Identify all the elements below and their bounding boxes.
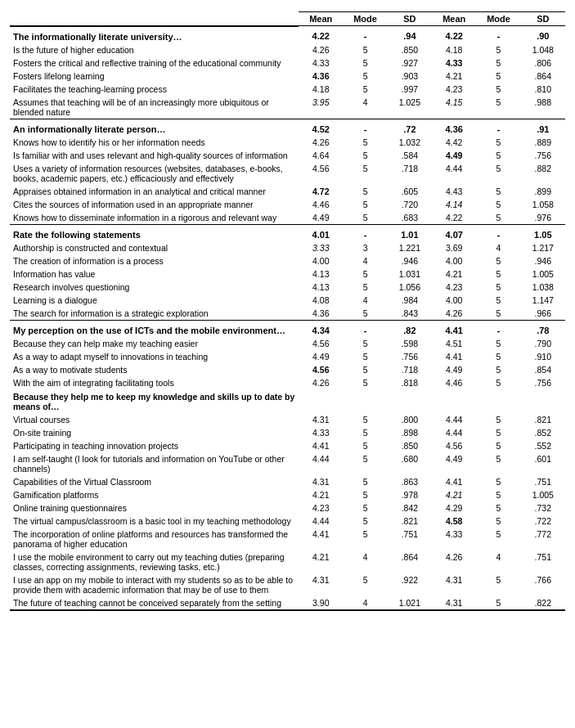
row-1-4-val-5: 1.058 <box>521 198 565 211</box>
table-row: Knows how to identify his or her informa… <box>10 136 565 149</box>
row-3-5-val-1: 5 <box>343 413 387 426</box>
row-1-3-text: Appraises obtained information in an ana… <box>10 185 299 198</box>
row-3-8-val-3: 4.49 <box>432 452 476 475</box>
row-3-14-val-2: .864 <box>388 550 432 573</box>
row-3-0-val-1: 5 <box>343 337 387 350</box>
row-3-13-val-4: 5 <box>476 528 520 550</box>
row-2-3-val-2: 1.056 <box>388 281 432 294</box>
row-2-0-val-4: 4 <box>476 241 520 254</box>
table-row: Gamification platforms4.215.9784.2151.00… <box>10 488 565 501</box>
row-0-4-val-2: 1.025 <box>388 96 432 119</box>
row-2-0-val-2: 1.221 <box>388 241 432 254</box>
row-3-15-val-0: 4.31 <box>299 573 343 596</box>
table-row: Because they can help make my teaching e… <box>10 337 565 350</box>
section-0-header-text: The informationally literate university… <box>10 26 299 43</box>
row-3-11-text: Online training questionnaires <box>10 501 299 515</box>
row-3-14-val-0: 4.21 <box>299 550 343 573</box>
row-3-6-val-2: .898 <box>388 426 432 439</box>
row-3-1-val-3: 4.41 <box>432 350 476 363</box>
row-3-1-val-5: .910 <box>521 350 565 363</box>
row-3-8-text: I am self-taught (I look for tutorials a… <box>10 452 299 475</box>
row-1-5-val-2: .683 <box>388 211 432 225</box>
row-3-9-val-3: 4.41 <box>432 475 476 488</box>
row-3-14-val-5: .751 <box>521 550 565 573</box>
row-3-6-val-4: 5 <box>476 426 520 439</box>
row-2-2-val-1: 5 <box>343 267 387 281</box>
row-3-3-val-1: 5 <box>343 376 387 389</box>
clarity-sd-header: SD <box>388 12 432 26</box>
row-0-3-val-3: 4.23 <box>432 83 476 96</box>
table-row: On-site training4.335.8984.445.852 <box>10 426 565 439</box>
row-2-3-val-3: 4.23 <box>432 281 476 294</box>
section-1-header-val-2: .72 <box>388 119 432 136</box>
row-2-2-val-4: 5 <box>476 267 520 281</box>
row-2-4-val-5: 1.147 <box>521 294 565 307</box>
empty-subheader <box>10 12 299 26</box>
row-0-2-val-0: 4.36 <box>299 70 343 83</box>
section-1-header-val-1: - <box>343 119 387 136</box>
section-3-header-val-4: - <box>476 320 520 337</box>
row-1-4-val-0: 4.46 <box>299 198 343 211</box>
row-3-12-val-0: 4.44 <box>299 515 343 528</box>
section-0-header-val-4: - <box>476 26 520 43</box>
row-1-2-val-3: 4.44 <box>432 162 476 185</box>
section-2-header-val-0: 4.01 <box>299 224 343 241</box>
row-0-1-val-5: .806 <box>521 56 565 70</box>
table-row: Learning is a dialogue4.084.9844.0051.14… <box>10 294 565 307</box>
row-3-9-val-2: .863 <box>388 475 432 488</box>
row-3-6-val-1: 5 <box>343 426 387 439</box>
row-3-10-val-0: 4.21 <box>299 488 343 501</box>
row-2-5-val-0: 4.36 <box>299 307 343 321</box>
row-1-0-val-0: 4.26 <box>299 136 343 149</box>
row-2-1-val-0: 4.00 <box>299 254 343 267</box>
row-2-1-val-3: 4.00 <box>432 254 476 267</box>
row-3-0-val-2: .598 <box>388 337 432 350</box>
row-2-5-val-1: 5 <box>343 307 387 321</box>
section-0-header-val-2: .94 <box>388 26 432 43</box>
row-3-15-text: I use an app on my mobile to interact wi… <box>10 573 299 596</box>
row-1-0-val-1: 5 <box>343 136 387 149</box>
table-row: As a way to motivate students4.565.7184.… <box>10 363 565 376</box>
row-3-10-val-5: 1.005 <box>521 488 565 501</box>
row-3-7-val-0: 4.41 <box>299 439 343 452</box>
row-3-13-val-5: .772 <box>521 528 565 550</box>
table-row: Facilitates the teaching-learning proces… <box>10 83 565 96</box>
row-1-2-text: Uses a variety of information resources … <box>10 162 299 185</box>
row-1-4-val-2: .720 <box>388 198 432 211</box>
row-0-1-val-1: 5 <box>343 56 387 70</box>
row-0-2-val-4: 5 <box>476 70 520 83</box>
row-3-9-val-5: .751 <box>521 475 565 488</box>
row-2-5-val-3: 4.26 <box>432 307 476 321</box>
section-0-header-val-0: 4.22 <box>299 26 343 43</box>
table-row: Fosters lifelong learning4.365.9034.215.… <box>10 70 565 83</box>
row-3-11-val-4: 5 <box>476 501 520 515</box>
section-2-header-val-3: 4.07 <box>432 224 476 241</box>
row-1-1-val-1: 5 <box>343 149 387 162</box>
row-0-2-val-5: .864 <box>521 70 565 83</box>
data-table: Mean Mode SD Mean Mode SD The informatio… <box>10 8 565 611</box>
table-row: Assumes that teaching will be of an incr… <box>10 96 565 119</box>
row-3-2-val-3: 4.49 <box>432 363 476 376</box>
row-3-1-val-1: 5 <box>343 350 387 363</box>
row-3-13-val-1: 5 <box>343 528 387 550</box>
row-2-3-val-5: 1.038 <box>521 281 565 294</box>
row-0-1-val-4: 5 <box>476 56 520 70</box>
row-3-11-val-3: 4.29 <box>432 501 476 515</box>
table-row: Cites the sources of information used in… <box>10 198 565 211</box>
row-3-4-val-5 <box>521 389 565 413</box>
section-2-header-val-2: 1.01 <box>388 224 432 241</box>
section-0-header-val-3: 4.22 <box>432 26 476 43</box>
row-0-1-text: Fosters the critical and reflective trai… <box>10 56 299 70</box>
section-1-header-val-3: 4.36 <box>432 119 476 136</box>
row-1-4-val-3: 4.14 <box>432 198 476 211</box>
row-3-2-val-5: .854 <box>521 363 565 376</box>
section-3-header-row: My perception on the use of ICTs and the… <box>10 320 565 337</box>
row-3-8-val-2: .680 <box>388 452 432 475</box>
row-2-5-val-5: .966 <box>521 307 565 321</box>
row-3-8-val-1: 5 <box>343 452 387 475</box>
table-row: The future of teaching cannot be conceiv… <box>10 596 565 610</box>
row-3-13-val-2: .751 <box>388 528 432 550</box>
row-3-0-val-5: .790 <box>521 337 565 350</box>
row-3-5-val-5: .821 <box>521 413 565 426</box>
row-0-3-val-2: .997 <box>388 83 432 96</box>
